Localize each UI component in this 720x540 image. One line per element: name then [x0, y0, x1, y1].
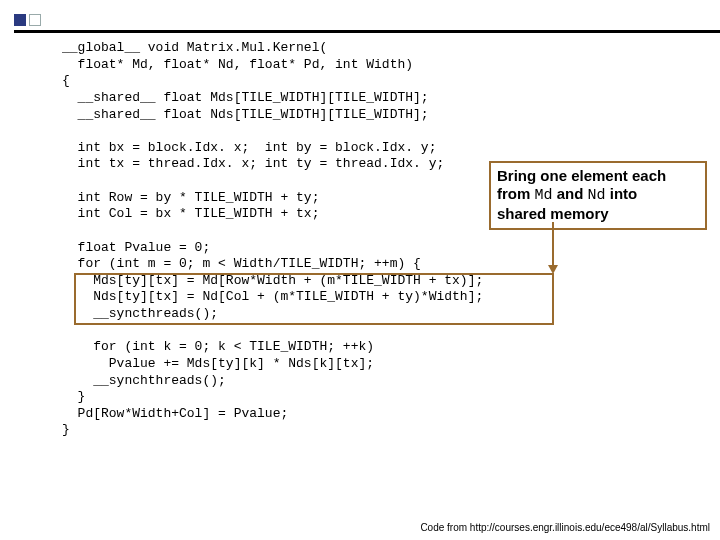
- code-block: __global__ void Matrix.Mul.Kernel( float…: [62, 40, 700, 439]
- callout-text: into: [606, 185, 638, 202]
- code-line: float Pvalue = 0;: [62, 240, 210, 255]
- code-line: __synchthreads();: [62, 373, 226, 388]
- callout-code: Nd: [588, 187, 606, 204]
- code-line: Mds[ty][tx] = Md[Row*Width + (m*TILE_WID…: [62, 273, 483, 288]
- header-rule: [14, 30, 720, 33]
- callout-text: from: [497, 185, 535, 202]
- code-line: int Row = by * TILE_WIDTH + ty;: [62, 190, 319, 205]
- code-line: int Col = bx * TILE_WIDTH + tx;: [62, 206, 319, 221]
- code-line: float* Md, float* Nd, float* Pd, int Wid…: [62, 57, 413, 72]
- code-line: {: [62, 73, 70, 88]
- code-line: int tx = thread.Idx. x; int ty = thread.…: [62, 156, 444, 171]
- callout-code: Md: [535, 187, 553, 204]
- code-line: __shared__ float Mds[TILE_WIDTH][TILE_WI…: [62, 90, 429, 105]
- callout-arrow-head: [548, 265, 558, 274]
- code-line: Pd[Row*Width+Col] = Pvalue;: [62, 406, 288, 421]
- credit-text: Code from http://courses.engr.illinois.e…: [420, 522, 710, 533]
- code-line: __global__ void Matrix.Mul.Kernel(: [62, 40, 327, 55]
- code-line: __syncthreads();: [62, 306, 218, 321]
- code-line: for (int m = 0; m < Width/TILE_WIDTH; ++…: [62, 256, 421, 271]
- code-line: __shared__ float Nds[TILE_WIDTH][TILE_WI…: [62, 107, 429, 122]
- callout-text: shared memory: [497, 205, 609, 222]
- code-line: int bx = block.Idx. x; int by = block.Id…: [62, 140, 436, 155]
- callout-text: and: [553, 185, 588, 202]
- deco-square-outline: [29, 14, 41, 26]
- slide-decoration: [14, 14, 41, 26]
- code-line: }: [62, 422, 70, 437]
- code-line: Pvalue += Mds[ty][k] * Nds[k][tx];: [62, 356, 374, 371]
- callout-box: Bring one element each from Md and Nd in…: [489, 161, 707, 230]
- code-line: for (int k = 0; k < TILE_WIDTH; ++k): [62, 339, 374, 354]
- callout-text: Bring one element each: [497, 167, 666, 184]
- deco-square-filled: [14, 14, 26, 26]
- code-line: Nds[ty][tx] = Nd[Col + (m*TILE_WIDTH + t…: [62, 289, 483, 304]
- code-line: }: [62, 389, 85, 404]
